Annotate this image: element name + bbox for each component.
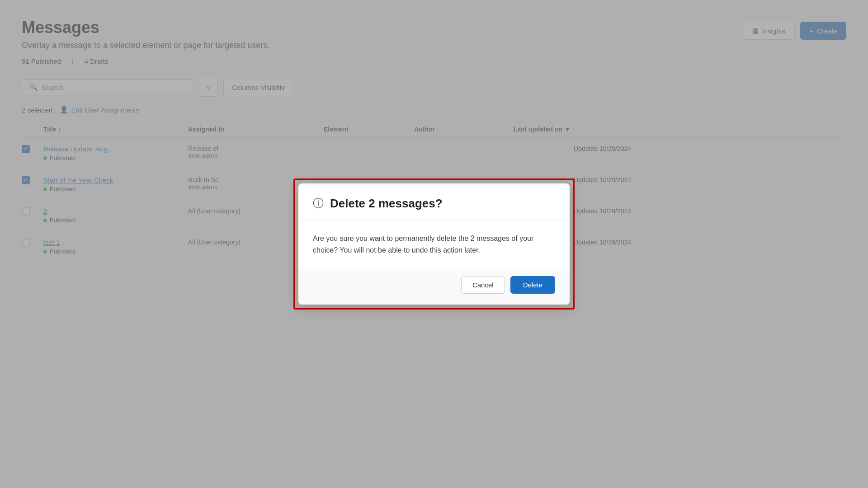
delete-confirmation-modal: ⓘ Delete 2 messages? Are you sure you wa… [298,183,570,304]
modal-body: Are you sure you want to permanently del… [298,220,570,268]
warning-icon: ⓘ [313,196,324,211]
modal-message: Are you sure you want to permanently del… [313,233,555,256]
cancel-button[interactable]: Cancel [461,276,505,294]
modal-highlight-border: ⓘ Delete 2 messages? Are you sure you wa… [293,178,575,309]
modal-header: ⓘ Delete 2 messages? [298,183,570,220]
delete-button[interactable]: Delete [510,276,555,294]
modal-overlay: ⓘ Delete 2 messages? Are you sure you wa… [0,0,868,488]
modal-title: Delete 2 messages? [330,197,443,211]
modal-footer: Cancel Delete [298,269,570,305]
